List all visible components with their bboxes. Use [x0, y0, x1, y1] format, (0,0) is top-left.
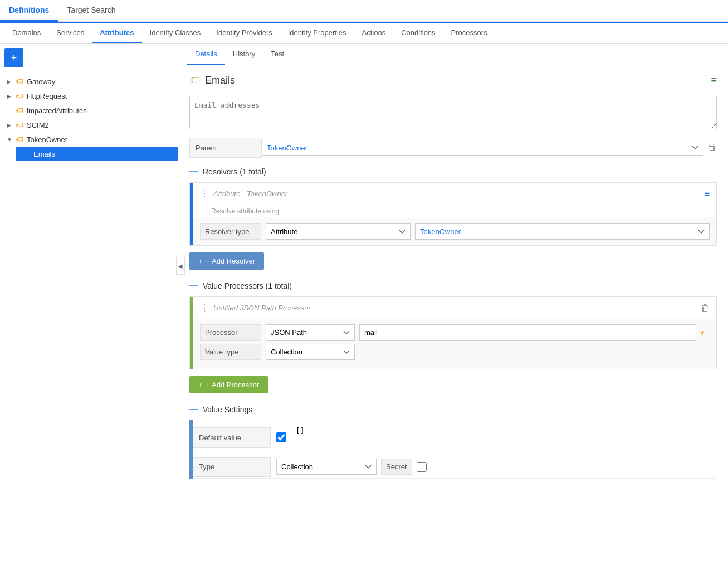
- processor-label: Processor: [200, 324, 261, 341]
- tag-icon-emails: 🏷: [22, 149, 30, 158]
- nav-processors[interactable]: Processors: [443, 23, 495, 43]
- resolver-type-label: Resolver type: [200, 223, 261, 240]
- tag-icon-tokenowner: 🏷: [16, 135, 23, 144]
- add-resolver-button[interactable]: + + Add Resolver: [189, 252, 264, 270]
- expand-icon-tokenowner: ▼: [7, 137, 16, 143]
- expand-icon-scim2: ▶: [7, 122, 16, 128]
- value-settings-collapse-header[interactable]: — Value Settings: [189, 405, 717, 415]
- nav-services[interactable]: Services: [48, 23, 92, 43]
- type-select[interactable]: Collection String Integer Boolean: [276, 459, 377, 475]
- add-processor-button[interactable]: + + Add Processor: [189, 376, 268, 393]
- sidebar-item-tokenowner[interactable]: ▼ 🏷 TokenOwner: [0, 132, 178, 147]
- value-type-label: Value type: [200, 344, 261, 360]
- processor-value-input[interactable]: [359, 324, 696, 341]
- processor-drag-handle[interactable]: ⋮: [200, 303, 209, 313]
- value-processors-heading: Value Processors (1 total): [203, 281, 292, 290]
- resolver-menu-icon[interactable]: ≡: [705, 189, 710, 199]
- nav-domains[interactable]: Domains: [4, 23, 48, 43]
- parent-label: Parent: [189, 138, 262, 158]
- tag-icon-scim2: 🏷: [16, 120, 23, 129]
- processor-delete-button[interactable]: 🗑: [701, 303, 710, 313]
- collapse-sidebar-button[interactable]: ◀: [176, 257, 185, 275]
- tab-test[interactable]: Test: [263, 44, 292, 65]
- resolver-value-select[interactable]: TokenOwner Gateway HttpRequest: [415, 223, 710, 240]
- tab-history[interactable]: History: [225, 44, 263, 65]
- sidebar: + ▶ 🏷 Gateway ▶ 🏷 HttpRequest: [0, 44, 178, 488]
- sidebar-label-httprequest: HttpRequest: [27, 92, 67, 100]
- nav-conditions[interactable]: Conditions: [393, 23, 443, 43]
- processor-type-select[interactable]: JSON Path Regex Split Trim: [266, 324, 355, 341]
- processor-tag-icon: 🏷: [701, 328, 710, 338]
- processor-card-bar: [190, 297, 193, 369]
- email-addresses-input[interactable]: [189, 96, 717, 129]
- emails-title: Emails: [205, 75, 235, 86]
- resolvers-collapse-icon: —: [189, 167, 198, 177]
- sidebar-label-gateway: Gateway: [27, 77, 55, 86]
- value-settings-card: Default value [] Type Collection String: [189, 420, 717, 479]
- sidebar-group-gateway: ▶ 🏷 Gateway: [0, 74, 178, 89]
- sidebar-item-httprequest[interactable]: ▶ 🏷 HttpRequest: [0, 89, 178, 103]
- tag-label-icon-emails: 🏷: [189, 74, 201, 87]
- tab-target-search[interactable]: Target Search: [58, 0, 124, 22]
- default-value-row: Default value []: [193, 420, 717, 455]
- sidebar-item-impacted[interactable]: 🏷 impactedAttributes: [0, 103, 178, 118]
- default-value-checkbox[interactable]: [276, 432, 286, 442]
- resolve-collapse-icon: —: [200, 207, 208, 216]
- value-settings-heading: Value Settings: [203, 405, 252, 414]
- section-menu-icon[interactable]: ≡: [711, 75, 717, 86]
- resolver-type-select[interactable]: Attribute SCIM JWT Static: [266, 223, 411, 240]
- nav-actions[interactable]: Actions: [354, 23, 394, 43]
- sidebar-group-httprequest: ▶ 🏷 HttpRequest: [0, 89, 178, 103]
- processor-title: Untitled JSON Path Processor: [213, 304, 701, 312]
- tab-details[interactable]: Details: [187, 44, 225, 65]
- resolve-label-text: Resolve attribute using: [211, 207, 279, 215]
- sidebar-label-scim2: SCIM2: [27, 121, 49, 129]
- processor-card-header: ⋮ Untitled JSON Path Processor 🗑: [193, 297, 716, 319]
- processor-fields: Processor JSON Path Regex Split Trim 🏷: [193, 319, 716, 369]
- content-area: Details History Test 🏷 Emails ≡ Parent T…: [178, 44, 728, 488]
- sidebar-item-emails[interactable]: 🏷 Emails: [16, 147, 178, 161]
- add-resolver-label: + Add Resolver: [206, 257, 256, 265]
- sidebar-tree: ▶ 🏷 Gateway ▶ 🏷 HttpRequest 🏷 impactedAt…: [0, 72, 178, 163]
- add-item-button[interactable]: +: [4, 48, 23, 67]
- sidebar-group-tokenowner: ▼ 🏷 TokenOwner 🏷 Emails: [0, 132, 178, 161]
- sidebar-label-impacted: impactedAttributes: [27, 106, 87, 115]
- secret-label: Secret: [381, 459, 412, 475]
- parent-field-row: Parent TokenOwner Gateway HttpRequest SC…: [189, 138, 717, 158]
- sidebar-item-scim2[interactable]: ▶ 🏷 SCIM2: [0, 118, 178, 132]
- processor-type-row: Processor JSON Path Regex Split Trim 🏷: [200, 324, 710, 341]
- drag-handle-icon[interactable]: ⋮: [200, 188, 209, 199]
- default-value-textarea[interactable]: []: [291, 424, 711, 451]
- processor-card-1: ⋮ Untitled JSON Path Processor 🗑 Process…: [189, 296, 717, 369]
- value-type-row: Value type Collection String Integer Boo…: [200, 344, 710, 360]
- type-label: Type: [193, 457, 271, 477]
- resolver-type-row: Resolver type Attribute SCIM JWT Static …: [200, 223, 710, 240]
- tab-definitions[interactable]: Definitions: [0, 0, 58, 22]
- secret-checkbox[interactable]: [417, 462, 427, 472]
- nav-attributes[interactable]: Attributes: [92, 23, 141, 43]
- parent-control: TokenOwner Gateway HttpRequest SCIM2: [262, 140, 703, 156]
- default-value-label: Default value: [193, 427, 271, 448]
- resolver-card-1: ⋮ Attribute - TokenOwner ≡ — Resolve att…: [189, 182, 717, 246]
- resolver-card-bar: [190, 183, 193, 245]
- sidebar-label-emails: Emails: [33, 150, 55, 158]
- add-processor-icon: +: [198, 381, 203, 389]
- section-title-emails: 🏷 Emails ≡: [189, 74, 717, 87]
- parent-delete-button[interactable]: 🗑: [708, 143, 717, 153]
- default-value-controls: []: [271, 420, 717, 455]
- tag-icon-impacted: 🏷: [16, 106, 23, 115]
- detail-tabs: Details History Test: [178, 44, 728, 65]
- nav-identity-classes[interactable]: Identity Classes: [142, 23, 209, 43]
- value-processors-collapse-header[interactable]: — Value Processors (1 total): [189, 281, 717, 291]
- resolve-attribute-collapse[interactable]: — Resolve attribute using: [193, 205, 716, 218]
- sidebar-item-gateway[interactable]: ▶ 🏷 Gateway: [0, 74, 178, 89]
- add-processor-label: + Add Processor: [206, 381, 260, 389]
- parent-select[interactable]: TokenOwner Gateway HttpRequest SCIM2: [262, 140, 703, 156]
- type-row: Type Collection String Integer Boolean S…: [193, 455, 717, 479]
- nav-identity-properties[interactable]: Identity Properties: [280, 23, 354, 43]
- nav-identity-providers[interactable]: Identity Providers: [208, 23, 280, 43]
- resolvers-collapse-header[interactable]: — Resolvers (1 total): [189, 167, 717, 177]
- type-controls: Collection String Integer Boolean Secret: [271, 455, 717, 478]
- value-settings-collapse-icon: —: [189, 405, 198, 415]
- value-type-select[interactable]: Collection String Integer Boolean: [266, 344, 355, 360]
